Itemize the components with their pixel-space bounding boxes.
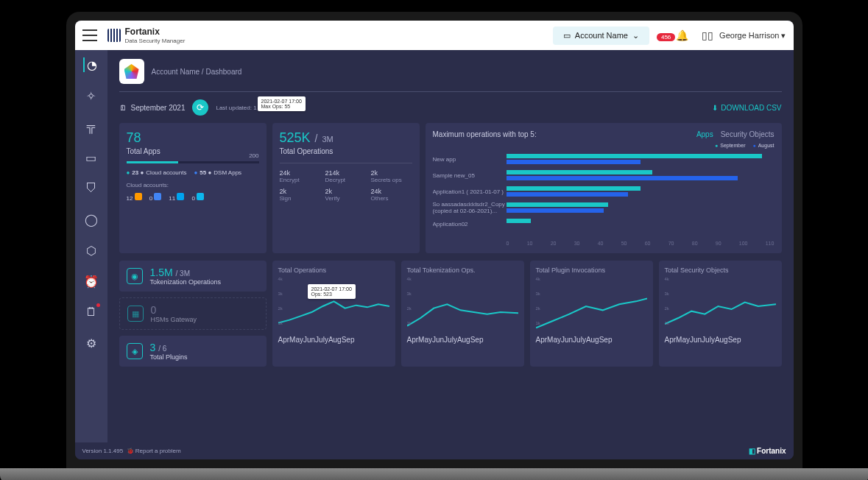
nav-clock-icon[interactable]: ⏰: [84, 274, 99, 289]
hsm-gateway-card: ▦ 0 HSMs Gateway: [119, 297, 267, 330]
eye-icon: ◉: [127, 268, 143, 284]
docs-icon[interactable]: ▯▯: [702, 29, 713, 41]
breadcrumb: Account Name / Dashboard: [152, 68, 242, 76]
brand-mark-icon: [107, 29, 121, 42]
version-text: Version 1.1.495: [82, 448, 124, 454]
aws-icon: [135, 193, 142, 200]
gcp-icon: [154, 193, 161, 200]
legend-dsm-apps: 55 DSM Apps: [194, 169, 241, 176]
report-problem-link[interactable]: Report a problem: [135, 448, 181, 454]
apps-progress: 200: [127, 161, 259, 163]
nav-user-icon[interactable]: ◯: [84, 212, 99, 227]
chip-icon: ▦: [127, 306, 144, 322]
bar-row: New app: [433, 151, 775, 167]
apps-label: Total Apps: [127, 147, 259, 155]
user-dropdown[interactable]: George Harrison ▾: [719, 31, 786, 40]
tokenization-card: ◉ 1.5M / 3M Tokenization Operations: [119, 261, 267, 292]
download-csv-button[interactable]: ⬇ DOWNLOAD CSV: [712, 104, 781, 112]
line-chart-tokenization: Total Tokenization Ops. 4k3k2k1k AprMayJ…: [401, 261, 524, 367]
bar-row: Application02: [433, 216, 775, 232]
cube-icon: ◈: [127, 343, 143, 359]
apps-max: 200: [249, 152, 258, 159]
account-dropdown-label: Account Name: [575, 31, 628, 40]
plugins-card: ◈ 3 / 6 Total Plugins: [119, 336, 267, 367]
download-csv-label: DOWNLOAD CSV: [721, 104, 781, 112]
nav-settings-icon[interactable]: ⚙: [84, 336, 99, 350]
azure-icon: [177, 193, 184, 200]
sidebar: ◔ ✧ ╦ ▭ ⛉ ◯ ⬡ ⏰ 🗒 ⚙: [75, 50, 107, 442]
calendar-icon: 🗓: [119, 104, 127, 112]
account-logo: [119, 59, 144, 84]
user-name: George Harrison: [719, 31, 779, 40]
nav-dashboard-icon[interactable]: ◔: [83, 57, 98, 72]
legend-august: August: [752, 143, 774, 148]
hamburger-icon[interactable]: [82, 29, 97, 41]
month-picker[interactable]: 🗓 September 2021: [119, 104, 186, 112]
ops-value: 525K: [280, 130, 311, 146]
max-operations-chart: Maximum operations with top 5: Apps Secu…: [426, 123, 782, 253]
cloud-accounts-label: Cloud accounts:: [127, 182, 259, 188]
refresh-icon: ⟳: [197, 102, 204, 113]
nav-token-icon[interactable]: ▭: [84, 150, 99, 165]
download-icon: ⬇: [712, 104, 718, 112]
nav-package-icon[interactable]: ⬡: [84, 243, 99, 258]
ops-sub: 3M: [322, 135, 333, 144]
legend-september: September: [715, 143, 745, 148]
max-ops-title: Maximum operations with top 5:: [433, 130, 696, 138]
nav-shield-icon[interactable]: ⛉: [84, 181, 99, 196]
bar-row: Sample new_05: [433, 167, 775, 183]
nav-hierarchy-icon[interactable]: ╦: [84, 119, 99, 134]
line-chart-plugin-invocations: Total Plugin Invocations 4k3k2k1k AprMay…: [530, 261, 653, 367]
legend-cloud-accounts: 23 Cloud accounts: [127, 169, 187, 176]
bar-tooltip: 2021-02-07 17:00 Max Ops: 55: [258, 96, 306, 111]
ops-label: Total Operations: [280, 147, 412, 155]
breadcrumb-row: Account Name / Dashboard: [119, 59, 782, 92]
bar-row: Application1 ( 2021-01-07 ): [433, 183, 775, 200]
footer: Version 1.1.495 🐞 Report a problem Forta…: [75, 442, 794, 459]
top-bar: Fortanix Data Security Manager ▭ Account…: [75, 21, 794, 50]
line-tooltip: 2021-02-07 17:00 Ops: 523: [308, 284, 356, 299]
brand-name: Fortanix: [125, 27, 186, 36]
filter-row: 🗓 September 2021 ⟳ Last updated: 1 month…: [119, 99, 782, 116]
tab-apps[interactable]: Apps: [696, 130, 713, 138]
docker-icon: [197, 193, 204, 200]
brand-subtitle: Data Security Manager: [125, 38, 186, 44]
total-apps-card: 78 Total Apps 200 23 Cloud accounts 55 D…: [119, 123, 267, 253]
apps-value: 78: [127, 130, 141, 146]
month-label: September 2021: [131, 104, 186, 112]
footer-brand: Fortanix: [749, 447, 786, 455]
cloud-accounts-row: 12 0 11 0: [127, 193, 259, 202]
notification-badge: 456: [657, 33, 675, 41]
total-operations-card: 525K / 3M Total Operations 24kEncrypt 21…: [272, 123, 420, 253]
notification-bell[interactable]: 456 🔔: [657, 29, 688, 41]
brand-logo: Fortanix Data Security Manager: [107, 27, 186, 44]
line-chart-total-operations: Total Operations 4k3k2k1k 2021-02-07 17:…: [272, 261, 395, 367]
bar-row: So aassadasdddsdr2_Copy (copied at 02-06…: [433, 200, 775, 216]
account-dropdown[interactable]: ▭ Account Name ⌄: [553, 27, 649, 45]
ops-breakdown: 24kEncrypt 214kDecrypt 2kSecrets ops 2kS…: [280, 163, 412, 202]
nav-audit-icon[interactable]: 🗒: [84, 305, 99, 320]
main-content: Account Name / Dashboard 🗓 September 202…: [107, 50, 794, 442]
bell-icon: 🔔: [676, 29, 688, 41]
line-chart-security-objects: Total Security Objects 4k3k2k1k AprMayJu…: [659, 261, 782, 367]
chevron-down-icon: ⌄: [632, 31, 639, 40]
refresh-button[interactable]: ⟳: [192, 99, 208, 116]
monitor-icon: ▭: [563, 31, 571, 40]
bug-icon: 🐞: [127, 448, 134, 454]
tab-security-objects[interactable]: Security Objects: [721, 130, 775, 138]
nav-puzzle-icon[interactable]: ✧: [84, 88, 99, 103]
